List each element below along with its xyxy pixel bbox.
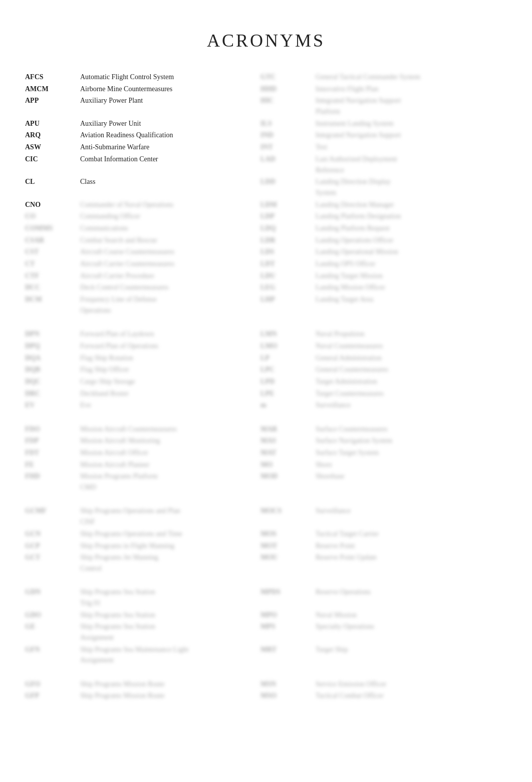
abbr-gap4 — [25, 575, 80, 587]
abbr-b19: FE — [25, 459, 80, 471]
def-amcm: Airborne Mine Countermeasures — [80, 83, 260, 95]
abbr-rb26: MPO — [260, 609, 316, 621]
def-rb28: Target Ship — [316, 644, 507, 666]
abbr-b16: FDO — [25, 423, 80, 435]
def-rb27: Specialty Operations — [316, 621, 507, 643]
abbr-r6: INT — [260, 141, 316, 153]
def-r1: General Tactical Commander System — [316, 71, 507, 83]
def-cl: Class — [80, 176, 260, 198]
def-b24: Ship Programs Jet ManningControl — [80, 552, 260, 574]
def-rb29: Service Emission Officer — [316, 678, 507, 690]
def-rb8: Landing Target Area — [316, 294, 507, 316]
abbr-r4: ILS — [260, 118, 316, 130]
abbr-b25: GDN — [25, 586, 80, 609]
def-b11: Flag Ship Rotation — [80, 352, 260, 364]
def-rb15: Surveillance — [316, 399, 507, 411]
abbr-b28: GFN — [25, 644, 80, 666]
def-gap3 — [80, 493, 260, 505]
def-rgap3 — [316, 493, 507, 505]
abbr-rb23: MOT — [260, 540, 316, 552]
def-rb19: Shore — [316, 459, 507, 471]
acronyms-grid: AFCS Automatic Flight Control System GTC… — [25, 71, 507, 702]
def-b16: Mission Aircraft Countermeasures — [80, 423, 260, 435]
def-gap4 — [80, 575, 260, 587]
def-rb18: Surface Target System — [316, 447, 507, 459]
def-b20: Mission Programs PlatformCMD — [80, 470, 260, 493]
def-rb24: Reserve Point Update — [316, 552, 507, 574]
def-rb14: Target Countermeasures — [316, 388, 507, 400]
abbr-r1: GTC — [260, 71, 316, 83]
def-rb23: Reserve Point — [316, 540, 507, 552]
abbr-rb24: MOU — [260, 552, 316, 574]
def-b8: Frequency Line of DefenseOperations — [80, 294, 260, 316]
def-cno: Commander of Naval Operations — [80, 199, 260, 211]
page-title: ACRONYMS — [25, 30, 507, 51]
abbr-b27: GE — [25, 621, 80, 643]
abbr-b8: DCM — [25, 294, 80, 316]
def-b1: Commanding Officer — [80, 210, 260, 222]
abbr-b3: CSAR — [25, 234, 80, 246]
def-rgap1 — [316, 316, 507, 328]
def-b4: Aircraft Course Countermeasures — [80, 246, 260, 258]
def-gap2 — [80, 411, 260, 423]
abbr-b23: GCP — [25, 540, 80, 552]
abbr-gap3 — [25, 493, 80, 505]
abbr-b7: DCC — [25, 282, 80, 294]
def-rb26: Naval Mission — [316, 609, 507, 621]
def-b9: Forward Plan of Laydown — [80, 328, 260, 340]
def-rb13: Target Administration — [316, 376, 507, 388]
abbr-rgap5 — [260, 666, 316, 678]
def-r7: Last Authorized DeploymentReference — [316, 153, 507, 176]
def-b6: Aircraft Carrier Procedure — [80, 270, 260, 282]
def-r2: Innovative Flight Plan — [316, 83, 507, 95]
abbr-r3: HIC — [260, 95, 316, 117]
def-b25: Ship Programs Sea StationTrig 01 — [80, 586, 260, 609]
def-gap5 — [80, 666, 260, 678]
def-b17: Mission Aircraft Monitoring — [80, 435, 260, 447]
def-asw: Anti-Submarine Warfare — [80, 141, 260, 153]
def-rgap2 — [316, 411, 507, 423]
def-rb11: General Administration — [316, 352, 507, 364]
abbr-rb19: MO — [260, 459, 316, 471]
abbr-b4: CST — [25, 246, 80, 258]
def-b5: Aircraft Carrier Countermeasures — [80, 258, 260, 270]
abbr-r9: LDM — [260, 199, 316, 211]
def-rb10: Naval Countermeasures — [316, 340, 507, 352]
def-rb25: Reserve Operations — [316, 586, 507, 609]
abbr-rb20: MOD — [260, 470, 316, 493]
def-b19: Mission Aircraft Planner — [80, 459, 260, 471]
abbr-r8: LDD — [260, 176, 316, 198]
abbr-apu: APU — [25, 118, 80, 130]
abbr-rb5: LDT — [260, 258, 316, 270]
abbr-b9: DPN — [25, 328, 80, 340]
abbr-b22: GCN — [25, 528, 80, 540]
abbr-b24: GCT — [25, 552, 80, 574]
def-rb9: Naval Propulsion — [316, 328, 507, 340]
def-arq: Aviation Readiness Qualification — [80, 129, 260, 141]
abbr-rb1: LDP — [260, 210, 316, 222]
abbr-rb6: LDU — [260, 270, 316, 282]
def-apu: Auxiliary Power Unit — [80, 118, 260, 130]
def-b12: Flag Ship Officer — [80, 364, 260, 376]
def-rb7: Landing Mission Officer — [316, 282, 507, 294]
abbr-rb9: LMN — [260, 328, 316, 340]
def-r9: Landing Direction Manager — [316, 199, 507, 211]
abbr-b26: GDO — [25, 609, 80, 621]
abbr-rb12: LPC — [260, 364, 316, 376]
def-b2: Communications — [80, 222, 260, 234]
abbr-rb15: m — [260, 399, 316, 411]
abbr-rgap3 — [260, 493, 316, 505]
abbr-b15: EV — [25, 399, 80, 411]
def-b23: Ship Programs in Flight Manning — [80, 540, 260, 552]
abbr-rb18: MAT — [260, 447, 316, 459]
abbr-b30: GFP — [25, 690, 80, 702]
abbr-b14: DRC — [25, 388, 80, 400]
def-rb22: Tactical Target Carrier — [316, 528, 507, 540]
abbr-rb14: LPE — [260, 388, 316, 400]
abbr-rb30: MSO — [260, 690, 316, 702]
abbr-rb16: MAR — [260, 423, 316, 435]
abbr-b18: FDT — [25, 447, 80, 459]
abbr-rb11: LP — [260, 352, 316, 364]
abbr-rb17: MAS — [260, 435, 316, 447]
abbr-rb29: MSN — [260, 678, 316, 690]
